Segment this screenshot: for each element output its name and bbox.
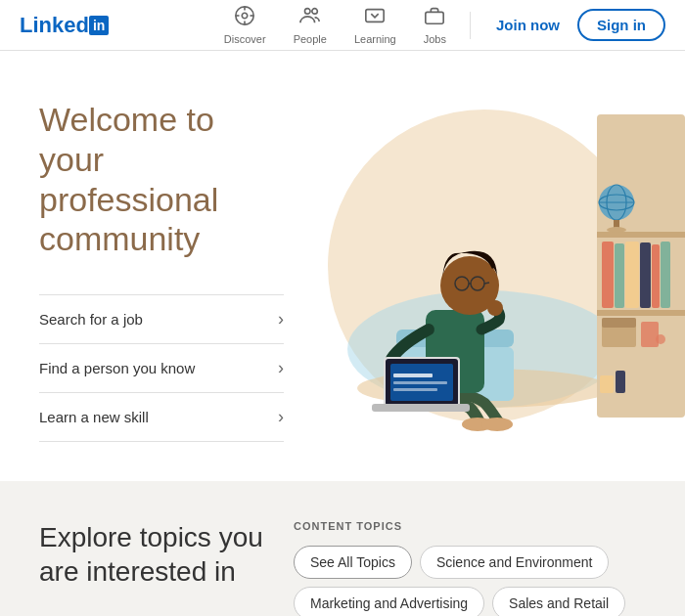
svg-point-6	[304, 9, 310, 15]
find-person-chevron: ›	[278, 358, 284, 378]
svg-rect-43	[393, 388, 437, 391]
explore-section: Explore topics you are interested in CON…	[0, 481, 685, 616]
search-job-chevron: ›	[278, 309, 284, 330]
learn-skill-label: Learn a new skill	[39, 409, 149, 425]
logo-in: in	[89, 16, 109, 35]
explore-right: CONTENT TOPICS See All Topics Science an…	[294, 520, 646, 616]
svg-rect-20	[614, 220, 619, 228]
svg-rect-29	[602, 318, 636, 328]
svg-point-50	[656, 334, 665, 344]
jobs-icon	[424, 5, 445, 31]
hero-illustration	[313, 51, 685, 481]
nav-divider	[470, 12, 471, 39]
learn-skill-link[interactable]: Learn a new skill ›	[39, 393, 284, 442]
topics-grid: See All Topics Science and Environment M…	[294, 546, 646, 616]
svg-point-34	[481, 418, 513, 431]
hero-svg	[313, 95, 685, 437]
nav: Discover People Learning Jobs Join now S…	[212, 0, 665, 51]
discover-icon	[234, 5, 255, 31]
learn-skill-chevron: ›	[278, 407, 284, 427]
logo[interactable]: Linkedin	[20, 13, 109, 38]
svg-rect-23	[615, 243, 624, 308]
svg-rect-9	[426, 12, 443, 23]
svg-rect-42	[393, 381, 447, 384]
explore-left: Explore topics you are interested in	[39, 520, 264, 589]
svg-rect-25	[640, 242, 651, 308]
sales-topic-pill[interactable]: Sales and Retail	[492, 587, 625, 616]
svg-rect-27	[661, 242, 670, 308]
see-all-topics-pill[interactable]: See All Topics	[294, 546, 412, 579]
join-now-button[interactable]: Join now	[482, 11, 573, 39]
nav-people[interactable]: People	[282, 0, 339, 51]
learning-icon	[364, 5, 386, 31]
svg-rect-41	[393, 374, 433, 377]
header: Linkedin Discover People Learning Jobs	[0, 0, 685, 51]
svg-rect-15	[597, 310, 685, 316]
hero-left: Welcome to your professional community S…	[0, 51, 313, 481]
svg-rect-22	[602, 242, 614, 308]
svg-rect-8	[366, 10, 384, 22]
search-job-label: Search for a job	[39, 311, 143, 328]
svg-rect-52	[616, 371, 625, 393]
logo-text: Linked	[20, 13, 89, 38]
people-icon	[299, 5, 321, 31]
svg-line-49	[484, 283, 489, 284]
svg-point-1	[243, 13, 249, 19]
nav-jobs-label: Jobs	[424, 33, 446, 45]
search-job-link[interactable]: Search for a job ›	[39, 294, 284, 344]
signin-button[interactable]: Sign in	[577, 9, 665, 41]
nav-jobs[interactable]: Jobs	[412, 0, 458, 51]
svg-rect-30	[641, 322, 659, 347]
explore-title: Explore topics you are interested in	[39, 520, 264, 589]
science-topic-pill[interactable]: Science and Environment	[420, 546, 610, 579]
nav-discover[interactable]: Discover	[212, 0, 278, 51]
hero-title: Welcome to your professional community	[39, 100, 284, 259]
svg-rect-14	[597, 232, 685, 238]
content-topics-label: CONTENT TOPICS	[294, 520, 646, 532]
svg-point-7	[312, 9, 318, 15]
nav-learning-label: Learning	[354, 33, 396, 45]
hero-section: Welcome to your professional community S…	[0, 51, 685, 481]
svg-rect-51	[600, 375, 614, 393]
nav-people-label: People	[294, 33, 327, 45]
svg-rect-24	[625, 242, 639, 308]
nav-learning[interactable]: Learning	[342, 0, 408, 51]
svg-point-21	[607, 227, 626, 233]
find-person-label: Find a person you know	[39, 360, 195, 376]
marketing-topic-pill[interactable]: Marketing and Advertising	[294, 587, 484, 616]
nav-discover-label: Discover	[224, 33, 266, 45]
find-person-link[interactable]: Find a person you know ›	[39, 344, 284, 393]
svg-rect-39	[372, 404, 470, 412]
svg-rect-26	[652, 244, 660, 308]
